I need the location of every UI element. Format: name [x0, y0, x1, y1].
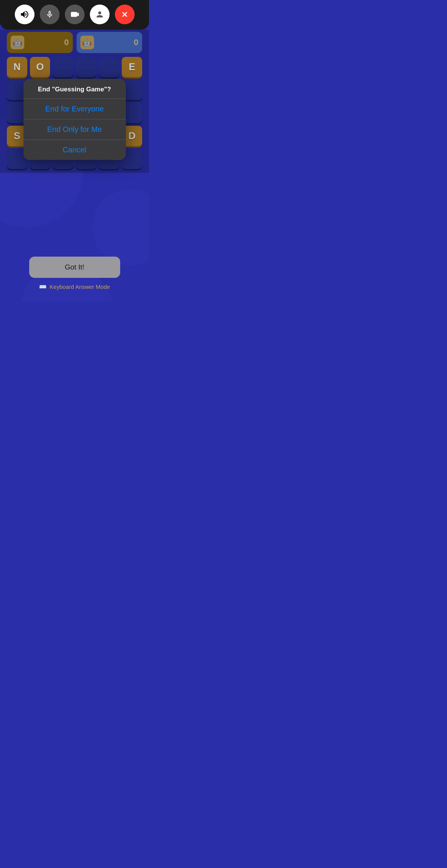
close-button[interactable]: [115, 5, 135, 24]
keyboard-icon: ⌨️: [39, 283, 47, 290]
end-game-modal: End "Guessing Game"? End for Everyone En…: [24, 79, 126, 160]
top-bar: [0, 0, 149, 30]
game-area: 🤖 0 🤖 0 N O E R S D: [0, 30, 149, 173]
cancel-button[interactable]: Cancel: [24, 140, 126, 160]
keyboard-mode-row[interactable]: ⌨️ Keyboard Answer Mode: [39, 283, 110, 290]
bottom-area: Got It! ⌨️ Keyboard Answer Mode: [0, 257, 149, 290]
end-everyone-button[interactable]: End for Everyone: [24, 99, 126, 119]
modal-title: End "Guessing Game"?: [24, 79, 126, 99]
got-it-button[interactable]: Got It!: [29, 257, 120, 278]
camera-button[interactable]: [65, 5, 85, 24]
person-button[interactable]: [90, 5, 110, 24]
speaker-button[interactable]: [15, 5, 35, 24]
modal-overlay: End "Guessing Game"? End for Everyone En…: [0, 30, 149, 173]
mic-button[interactable]: [40, 5, 60, 24]
end-me-button[interactable]: End Only for Me: [24, 119, 126, 139]
keyboard-mode-label: Keyboard Answer Mode: [50, 284, 110, 290]
